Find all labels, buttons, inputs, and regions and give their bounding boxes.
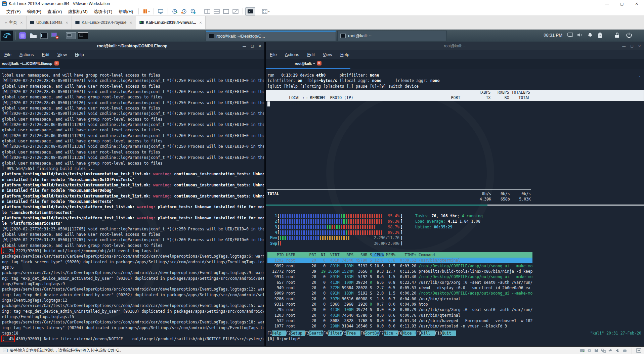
statusbar-hint: 要将输入定向到该虚拟机，请将鼠标指针移入其中或按 Ctrl+G。	[10, 348, 123, 353]
vmware-menu-2[interactable]: 查看(V)	[44, 9, 65, 14]
vmware-tab-2[interactable]: Kali-Linux-2019.4-roysue✕	[72, 16, 136, 29]
tab-close-icon[interactable]: ✕	[199, 21, 202, 25]
app-launcher-icon[interactable]	[18, 31, 27, 40]
taskbar-window-home[interactable]: root@kali: ~	[337, 31, 447, 41]
toolbar-separator	[243, 8, 243, 14]
svg-text:▌: ▌	[41, 34, 43, 37]
take-snapshot-button[interactable]	[170, 7, 179, 15]
terminal-menubar: FileActionsEditViewHelp	[0, 50, 264, 59]
terminal-menu-file[interactable]: File	[270, 52, 277, 57]
terminal-menu-help[interactable]: Help	[75, 52, 84, 57]
network-adapter-icon[interactable]	[601, 349, 606, 353]
terminal-maximize-button[interactable]: ▢	[251, 44, 254, 48]
tab-close-icon[interactable]: ✕	[66, 21, 68, 25]
lock-icon[interactable]	[614, 32, 620, 38]
pause-caret-icon[interactable]: ▾	[148, 10, 149, 13]
kali-panel: ▌ root@kali: ~/Desktop/C... root@kali: ~…	[0, 30, 644, 42]
terminal-output[interactable]: run 0:13:29 device eth0 pkt[f]ilter: non…	[266, 69, 644, 347]
terminal-cursor	[267, 101, 270, 106]
printer-icon[interactable]	[622, 349, 627, 353]
htop-process-table[interactable]: PID USER PRI NI VIRT RES SHR S CPU% MEM%…	[267, 252, 532, 329]
vmware-menu-4[interactable]: 选项卡(T)	[91, 9, 116, 14]
file-manager-icon[interactable]	[29, 31, 38, 40]
terminal-title: root@kali: ~	[444, 44, 466, 48]
taskbar-window-compile[interactable]: root@kali: ~/Desktop/C...	[206, 31, 336, 41]
terminal-menu-help[interactable]: Help	[340, 52, 349, 57]
maximize-button[interactable]: ▢	[614, 0, 629, 7]
terminal-window-icon	[340, 34, 346, 38]
vmware-menu-0[interactable]: 文件(F)	[3, 9, 24, 14]
terminal-menu-actions[interactable]: Actions	[285, 52, 299, 57]
vmware-tab-3[interactable]: Kali-Linux-2019.4-vmwar...✕	[136, 16, 206, 29]
terminal-menu-view[interactable]: View	[323, 52, 332, 57]
terminal-menu-edit[interactable]: Edit	[42, 52, 49, 57]
terminal-close-button[interactable]: ✕	[638, 44, 641, 48]
vmware-logo-icon	[2, 1, 7, 6]
workspace-2[interactable]	[78, 32, 88, 39]
vmware-tab-0[interactable]: ⌂主页✕	[1, 16, 27, 29]
hard-disk-icon[interactable]	[580, 349, 585, 353]
terminal-titlebar[interactable]: root@kali: ~/Desktop/COMPILE/aosp — ▢ ✕	[0, 42, 264, 50]
volume-icon[interactable]	[577, 32, 583, 38]
send-ctrl-alt-del-button[interactable]	[156, 7, 165, 15]
vmware-titlebar: Kali-Linux-2019.4-vmware-amd64 - VMware …	[0, 0, 644, 7]
jnettop-total-row: TOTAL 0b/s 0b/s 0b/s	[267, 191, 531, 196]
manage-snapshots-button[interactable]	[188, 7, 198, 15]
terminal-tab[interactable]: root@kali: ~ ✕	[266, 59, 350, 68]
fullscreen-caret-icon[interactable]: ▾	[268, 10, 269, 13]
layout-single-button[interactable]	[221, 7, 231, 15]
jnettop-total-row: 4.39K 658b 5.03K	[267, 196, 531, 202]
usb-icon[interactable]	[608, 349, 613, 353]
terminal-maximize-button[interactable]: ▢	[630, 44, 633, 48]
cd-rom-icon[interactable]	[587, 349, 592, 353]
battery-icon[interactable]	[598, 32, 602, 38]
statusbar-separator	[632, 348, 632, 354]
display-icon[interactable]	[567, 32, 573, 38]
tab-close-icon[interactable]: ✕	[317, 61, 321, 65]
revert-snapshot-button[interactable]	[179, 7, 188, 15]
close-button[interactable]: ✕	[629, 0, 644, 7]
tab-close-icon[interactable]: ✕	[20, 21, 23, 25]
minimize-button[interactable]: —	[600, 0, 614, 7]
vmware-tab-1[interactable]: Ubuntu1604lts✕	[27, 16, 72, 29]
terminal-window-monitor: root@kali: ~ — ▢ ✕ FileActionsEditViewHe…	[265, 42, 644, 347]
terminal-menu-file[interactable]: File	[4, 52, 11, 57]
layout-columns-button[interactable]	[203, 7, 212, 15]
toolbar-separator	[258, 8, 258, 14]
pause-button[interactable]: ▾	[141, 7, 151, 15]
terminal-menu-actions[interactable]: Actions	[19, 52, 34, 57]
terminal-close-button[interactable]: ✕	[259, 44, 261, 48]
notifications-icon[interactable]	[587, 32, 593, 38]
vmware-menu-3[interactable]: 虚拟机(M)	[65, 9, 91, 14]
jnettop-table-header: LOCAL ←→ REMOTE TXBPS RXBPS TOTALBPS (IP…	[266, 90, 644, 101]
console-view-button[interactable]: >_	[245, 7, 255, 15]
terminal-minimize-button[interactable]: —	[243, 44, 246, 48]
vmware-menu-5[interactable]: 帮助(H)	[115, 9, 136, 14]
screen-lock-icon[interactable]	[50, 31, 59, 40]
layout-none-button[interactable]	[231, 7, 240, 15]
terminal-output[interactable]: lobal user namespace, and will have grou…	[0, 69, 264, 346]
jnettop-status-lines: run 0:13:29 device eth0 pkt[f]ilter: non…	[266, 69, 644, 89]
home-icon: ⌂	[5, 20, 7, 25]
toolbar-separator	[154, 8, 154, 14]
tab-close-icon[interactable]: ✕	[129, 21, 132, 25]
fullscreen-button[interactable]: ▾	[260, 7, 271, 15]
floppy-icon[interactable]	[594, 349, 599, 353]
terminal-titlebar[interactable]: root@kali: ~ — ▢ ✕	[266, 42, 644, 50]
layout-rows-button[interactable]	[212, 7, 221, 15]
terminal-tabrow: root@kali: ~/.../COMPILE/aosp ✕	[0, 59, 264, 69]
logout-icon[interactable]	[626, 32, 632, 38]
terminal-minimize-button[interactable]: —	[622, 44, 626, 48]
kali-menu-button[interactable]	[1, 31, 13, 41]
tab-close-icon[interactable]: ✕	[54, 61, 59, 65]
workspace-1[interactable]	[66, 32, 76, 39]
terminal-launcher-icon[interactable]: ▌	[40, 31, 48, 40]
panel-clock[interactable]: 08:31 PM	[544, 33, 562, 38]
htop-function-keys[interactable]: F1Help F2Setup F3SearchF4FilterF5Tree F6…	[267, 330, 641, 336]
terminal-tab[interactable]: root@kali: ~/.../COMPILE/aosp ✕	[0, 59, 60, 68]
terminal-menu-edit[interactable]: Edit	[307, 52, 315, 57]
terminal-menu-view[interactable]: View	[57, 52, 67, 57]
vmware-menu-1[interactable]: 编辑(E)	[24, 9, 44, 14]
fit-window-icon[interactable]	[636, 348, 641, 353]
sound-icon[interactable]	[615, 349, 620, 353]
